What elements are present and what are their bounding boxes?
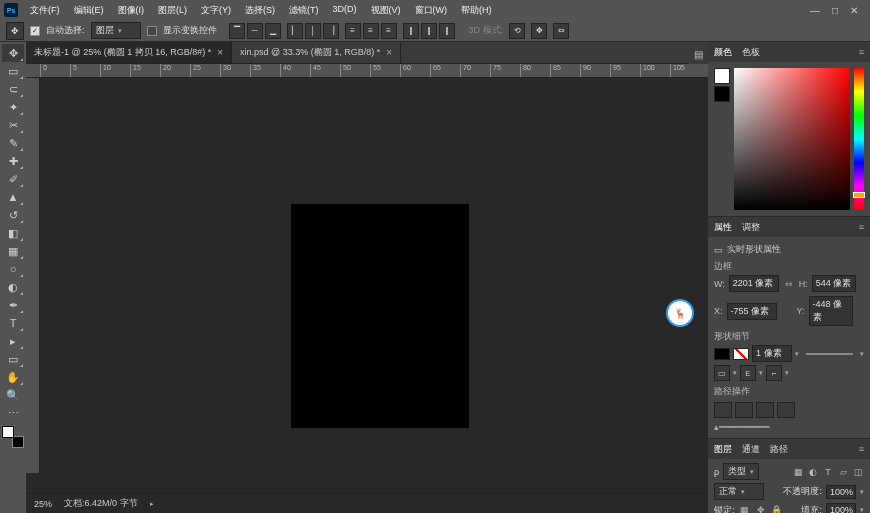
distribute-icon[interactable]: ≡ — [345, 23, 361, 39]
stroke-width-input[interactable]: 1 像素 — [752, 345, 792, 362]
eraser-tool[interactable]: ◧ — [2, 224, 24, 242]
color-swatch-tool[interactable] — [2, 426, 24, 448]
adjustments-tab[interactable]: 调整 — [742, 221, 760, 234]
height-input[interactable]: 544 像素 — [812, 275, 856, 292]
gradient-tool[interactable]: ▦ — [2, 242, 24, 260]
hue-marker[interactable] — [853, 192, 865, 198]
hand-tool[interactable]: ✋ — [2, 368, 24, 386]
3d-slide-icon[interactable]: ⇔ — [553, 23, 569, 39]
link-wh-icon[interactable]: ⇔ — [783, 279, 795, 289]
stroke-align-icon[interactable]: ▭ — [714, 365, 730, 381]
path-exclude-icon[interactable] — [777, 402, 795, 418]
align-hcenter-icon[interactable]: │ — [305, 23, 321, 39]
filter-adjust-icon[interactable]: ◐ — [807, 466, 819, 478]
distribute-h-icon[interactable]: ‖ — [439, 23, 455, 39]
3d-orbit-icon[interactable]: ⟲ — [509, 23, 525, 39]
document-info[interactable]: 文档:6.42M/0 字节 — [64, 497, 138, 510]
hue-slider[interactable] — [854, 68, 864, 210]
panel-menu-icon[interactable]: ≡ — [859, 47, 864, 57]
eyedropper-tool[interactable]: ✎ — [2, 134, 24, 152]
lock-all-icon[interactable]: 🔒 — [771, 504, 783, 513]
stroke-swatch[interactable] — [733, 348, 749, 360]
color-field[interactable] — [734, 68, 850, 210]
history-brush-tool[interactable]: ↺ — [2, 206, 24, 224]
crop-tool[interactable]: ✂ — [2, 116, 24, 134]
healing-tool[interactable]: ✚ — [2, 152, 24, 170]
menu-file[interactable]: 文件(F) — [24, 2, 66, 19]
3d-pan-icon[interactable]: ✥ — [531, 23, 547, 39]
autoselect-dropdown[interactable]: 图层▾ — [91, 22, 141, 39]
align-bottom-icon[interactable]: ▁ — [265, 23, 281, 39]
panel-menu-icon[interactable]: ≡ — [859, 222, 864, 232]
foreground-color[interactable] — [2, 426, 14, 438]
channels-tab[interactable]: 通道 — [742, 443, 760, 456]
stroke-caps-icon[interactable]: E — [740, 365, 756, 381]
status-menu-icon[interactable]: ▸ — [150, 500, 154, 508]
path-intersect-icon[interactable] — [756, 402, 774, 418]
filter-smart-icon[interactable]: ◫ — [852, 466, 864, 478]
color-tab[interactable]: 颜色 — [714, 46, 732, 59]
shape-tool[interactable]: ▭ — [2, 350, 24, 368]
move-tool-preset-icon[interactable]: ✥ — [6, 22, 24, 40]
document-tab-2[interactable]: xin.psd @ 33.3% (椭圆 1, RGB/8) * × — [232, 42, 401, 63]
path-select-tool[interactable]: ▸ — [2, 332, 24, 350]
stamp-tool[interactable]: ▲ — [2, 188, 24, 206]
align-vcenter-icon[interactable]: ─ — [247, 23, 263, 39]
y-input[interactable]: -448 像素 — [809, 296, 853, 326]
distribute-h-icon[interactable]: ‖ — [403, 23, 419, 39]
filter-pixel-icon[interactable]: ▦ — [792, 466, 804, 478]
fill-swatch[interactable] — [714, 348, 730, 360]
close-tab-icon[interactable]: × — [217, 47, 223, 58]
menu-window[interactable]: 窗口(W) — [409, 2, 454, 19]
menu-help[interactable]: 帮助(H) — [455, 2, 498, 19]
maximize-button[interactable]: □ — [832, 5, 838, 16]
menu-image[interactable]: 图像(I) — [112, 2, 151, 19]
canvas-area[interactable]: 0510152025303540455055606570758085909510… — [26, 64, 708, 493]
x-input[interactable]: -755 像素 — [727, 303, 777, 320]
path-combine-icon[interactable] — [714, 402, 732, 418]
close-tab-icon[interactable]: × — [386, 47, 392, 58]
lock-pixels-icon[interactable]: ▦ — [739, 504, 751, 513]
menu-3d[interactable]: 3D(D) — [327, 2, 363, 19]
fg-color-swatch[interactable] — [714, 68, 730, 84]
align-left-icon[interactable]: ▏ — [287, 23, 303, 39]
menu-layer[interactable]: 图层(L) — [152, 2, 193, 19]
history-panel-icon[interactable]: ▤ — [690, 46, 706, 62]
filter-shape-icon[interactable]: ▱ — [837, 466, 849, 478]
marquee-tool[interactable]: ▭ — [2, 62, 24, 80]
filter-type-icon[interactable]: T — [822, 466, 834, 478]
fill-input[interactable]: 100% — [826, 503, 856, 513]
menu-edit[interactable]: 编辑(E) — [68, 2, 110, 19]
autoselect-checkbox[interactable]: ✓ — [30, 26, 40, 36]
document-tab-1[interactable]: 未标题-1 @ 25% (椭圆 1 拷贝 16, RGB/8#) * × — [26, 42, 232, 63]
filter-kind-dropdown[interactable]: 类型▾ — [723, 463, 759, 480]
magic-wand-tool[interactable]: ✦ — [2, 98, 24, 116]
distribute-h-icon[interactable]: ‖ — [421, 23, 437, 39]
paths-tab[interactable]: 路径 — [770, 443, 788, 456]
stroke-type-dropdown[interactable] — [806, 353, 853, 355]
menu-type[interactable]: 文字(Y) — [195, 2, 237, 19]
width-input[interactable]: 2201 像素 — [729, 275, 779, 292]
edit-toolbar[interactable]: ⋯ — [2, 404, 24, 422]
close-button[interactable]: ✕ — [850, 5, 858, 16]
lock-position-icon[interactable]: ✥ — [755, 504, 767, 513]
align-right-icon[interactable]: ▕ — [323, 23, 339, 39]
bg-color-swatch[interactable] — [714, 86, 730, 102]
align-top-icon[interactable]: ▔ — [229, 23, 245, 39]
pen-tool[interactable]: ✒ — [2, 296, 24, 314]
brush-tool[interactable]: ✐ — [2, 170, 24, 188]
zoom-level[interactable]: 25% — [34, 499, 52, 509]
blur-tool[interactable]: ○ — [2, 260, 24, 278]
canvas[interactable] — [291, 204, 469, 428]
move-tool[interactable]: ✥ — [2, 44, 24, 62]
blend-mode-dropdown[interactable]: 正常▾ — [714, 483, 764, 500]
showcontrols-checkbox[interactable] — [147, 26, 157, 36]
opacity-input[interactable]: 100% — [826, 485, 856, 499]
properties-tab[interactable]: 属性 — [714, 221, 732, 234]
swatches-tab[interactable]: 色板 — [742, 46, 760, 59]
distribute-icon[interactable]: ≡ — [381, 23, 397, 39]
lasso-tool[interactable]: ⊂ — [2, 80, 24, 98]
menu-view[interactable]: 视图(V) — [365, 2, 407, 19]
panel-menu-icon[interactable]: ≡ — [859, 444, 864, 454]
zoom-tool[interactable]: 🔍 — [2, 386, 24, 404]
